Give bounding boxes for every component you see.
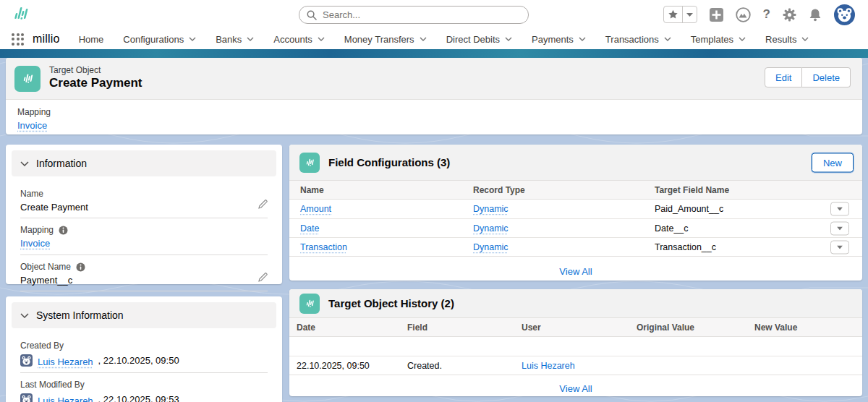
tab-transactions[interactable]: Transactions — [605, 34, 671, 45]
caret-down-icon — [837, 226, 843, 230]
row-name-link[interactable]: Transaction — [300, 242, 347, 252]
row-user-link[interactable]: Luis Hezareh — [522, 361, 575, 371]
col-user[interactable]: User — [522, 322, 541, 333]
row-actions-menu-button[interactable] — [830, 240, 849, 254]
row-actions-menu-button[interactable] — [830, 202, 849, 216]
caret-down-icon — [837, 245, 843, 249]
user-avatar-small — [20, 354, 33, 367]
name-field: Name Create Payment — [20, 182, 268, 218]
section-chevron-icon — [20, 313, 29, 318]
object-name-field: Object Name Payment__c — [20, 255, 268, 291]
section-title: Information — [36, 158, 87, 169]
global-header: ? — [0, 0, 868, 29]
row-date: 22.10.2025, 09:50 — [297, 361, 370, 371]
col-original-value[interactable]: Original Value — [637, 322, 694, 333]
mapping-invoice-link[interactable]: Invoice — [17, 120, 47, 131]
info-icon[interactable] — [76, 262, 85, 272]
edit-pencil-icon[interactable] — [258, 272, 268, 285]
tab-accounts[interactable]: Accounts — [273, 34, 324, 45]
row-target-field: Transaction__c — [655, 242, 716, 252]
col-record-type[interactable]: Record Type — [473, 185, 525, 195]
setup-gear-icon[interactable] — [783, 8, 796, 22]
chevron-down-icon — [801, 37, 809, 41]
tab-results[interactable]: Results — [765, 34, 809, 45]
delete-button[interactable]: Delete — [802, 67, 851, 87]
field-configuration-icon — [299, 153, 320, 173]
table-row: 22.10.2025, 09:50 Created. Luis Hezareh — [289, 356, 862, 375]
mapping-label: Mapping — [20, 225, 249, 235]
global-add-icon[interactable] — [710, 8, 723, 22]
tab-payments[interactable]: Payments — [532, 34, 586, 45]
object-type-label: Target Object — [49, 65, 101, 75]
related-list-title: Field Configurations (3) — [328, 156, 450, 168]
info-icon[interactable] — [59, 226, 68, 235]
created-by-field: Created By Luis Hezareh , 22.10.2025, 09… — [20, 334, 268, 373]
section-title: System Information — [36, 309, 124, 321]
table-header-row: Date Field User Original Value New Value — [289, 318, 862, 337]
caret-down-icon — [837, 208, 843, 211]
created-by-label: Created By — [20, 341, 249, 351]
user-avatar[interactable] — [834, 4, 855, 25]
view-all-link[interactable]: View All — [559, 266, 592, 277]
user-avatar-small — [20, 393, 33, 402]
favorites-caret-icon[interactable] — [682, 7, 697, 22]
tab-home[interactable]: Home — [79, 34, 104, 45]
chevron-down-icon — [189, 37, 196, 41]
favorites-star-icon[interactable] — [664, 7, 682, 22]
record-title: Create Payment — [49, 76, 142, 90]
related-list-title: Target Object History (2) — [328, 297, 454, 309]
last-modified-by-user-link[interactable]: Luis Hezareh — [38, 395, 93, 402]
col-new-value[interactable]: New Value — [754, 322, 797, 333]
object-name-value: Payment__c — [20, 275, 249, 286]
app-launcher-icon[interactable] — [12, 33, 24, 46]
last-modified-by-label: Last Modified By — [20, 380, 249, 390]
col-date[interactable]: Date — [297, 322, 315, 333]
global-search[interactable] — [299, 6, 529, 24]
mapping-value-link[interactable]: Invoice — [20, 238, 50, 249]
row-actions-menu-button[interactable] — [830, 221, 849, 235]
row-record-type-link[interactable]: Dynamic — [473, 223, 509, 234]
notifications-bell-icon[interactable] — [809, 8, 822, 22]
name-value: Create Payment — [20, 202, 249, 213]
record-header-card: Target Object Create Payment Edit Delete… — [6, 58, 862, 134]
search-input[interactable] — [323, 9, 521, 20]
row-name-link[interactable]: Date — [300, 223, 319, 234]
col-field[interactable]: Field — [407, 322, 427, 333]
record-highlights: Target Object Create Payment Edit Delete — [6, 58, 862, 100]
mapping-field-label: Mapping — [17, 107, 851, 117]
view-all-link[interactable]: View All — [559, 383, 592, 394]
row-name-link[interactable]: Amount — [300, 204, 331, 214]
target-object-icon — [14, 66, 41, 92]
row-record-type-link[interactable]: Dynamic — [473, 242, 509, 252]
last-modified-by-field: Last Modified By Luis Hezareh , 22.10.20… — [20, 373, 268, 402]
target-object-history-card: Target Object History (2) Date Field Use… — [289, 289, 862, 396]
tab-money-transfers[interactable]: Money Transfers — [344, 34, 427, 45]
col-name[interactable]: Name — [300, 185, 324, 195]
object-name-label: Object Name — [20, 262, 249, 272]
edit-pencil-icon[interactable] — [258, 199, 268, 212]
chevron-down-icon — [505, 37, 512, 41]
table-row: Date Dynamic Date__c — [289, 218, 862, 237]
row-target-field: Date__c — [655, 223, 689, 234]
edit-button[interactable]: Edit — [765, 67, 802, 87]
millio-logo-icon — [9, 4, 30, 25]
system-information-section-toggle[interactable]: System Information — [12, 302, 276, 328]
row-target-field: Paid_Amount__c — [655, 204, 723, 214]
new-button[interactable]: New — [812, 153, 854, 172]
help-icon[interactable]: ? — [763, 7, 770, 22]
tab-templates[interactable]: Templates — [691, 34, 746, 45]
row-record-type-link[interactable]: Dynamic — [473, 204, 509, 214]
record-actions: Edit Delete — [765, 67, 851, 87]
modified-datetime: , 22.10.2025, 09:53 — [98, 394, 179, 402]
trailhead-icon[interactable] — [736, 7, 751, 22]
information-card: Information Name Create Payment Mapping — [6, 145, 282, 284]
col-target-field-name[interactable]: Target Field Name — [655, 185, 729, 195]
tab-direct-debits[interactable]: Direct Debits — [446, 34, 512, 45]
mapping-field: Mapping Invoice — [20, 218, 268, 255]
tab-banks[interactable]: Banks — [216, 34, 254, 45]
tab-configurations[interactable]: Configurations — [123, 34, 196, 45]
chevron-down-icon — [739, 37, 746, 41]
information-section-toggle[interactable]: Information — [12, 150, 276, 176]
created-by-user-link[interactable]: Luis Hezareh — [38, 356, 93, 367]
app-navigation: millio Home Configurations Banks Account… — [0, 29, 868, 49]
